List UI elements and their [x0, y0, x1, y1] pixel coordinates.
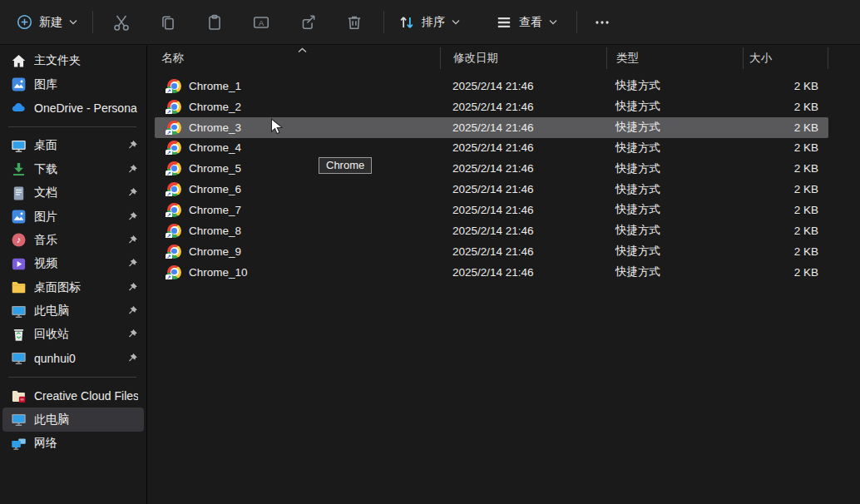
sort-button[interactable]: 排序: [390, 8, 467, 37]
more-options-button[interactable]: [579, 8, 625, 37]
pin-icon: [126, 140, 138, 151]
new-button[interactable]: 新建: [8, 8, 85, 36]
sidebar-item-gallery[interactable]: 图库: [2, 72, 144, 96]
sidebar-item-this-pc[interactable]: 此电脑: [2, 299, 144, 323]
file-row-chrome_9[interactable]: ↗ Chrome_9 2025/2/14 21:46 快捷方式 2 KB: [155, 241, 828, 262]
file-list-pane: 名称 修改日期 类型 大小 ↗ Chrome_1 2025/2/14 21:46…: [148, 46, 860, 504]
file-date-modified: 2025/2/14 21:46: [440, 204, 606, 216]
sidebar-item-pictures[interactable]: 图片: [2, 205, 144, 228]
file-explorer-window: 新建: [0, 0, 860, 504]
column-headers: 名称 修改日期 类型 大小: [155, 47, 828, 69]
file-type: 快捷方式: [606, 141, 743, 156]
desktop-icon: [11, 138, 27, 154]
toolbar-separator: [92, 11, 93, 33]
sidebar-item-home[interactable]: 主文件夹: [2, 49, 144, 72]
sidebar-item-desktop[interactable]: 桌面: [2, 134, 144, 157]
copy-button[interactable]: [145, 8, 191, 37]
file-name: Chrome_2: [189, 101, 241, 113]
sidebar-item-onedrive[interactable]: OneDrive - Persona: [2, 96, 144, 120]
sidebar-item-network[interactable]: 网络: [2, 432, 144, 455]
file-row-chrome_2[interactable]: ↗ Chrome_2 2025/2/14 21:46 快捷方式 2 KB: [155, 96, 828, 117]
share-button[interactable]: [284, 8, 331, 37]
file-type: 快捷方式: [606, 244, 743, 259]
rename-button[interactable]: A: [238, 8, 284, 37]
file-row-chrome_8[interactable]: ↗ Chrome_8 2025/2/14 21:46 快捷方式 2 KB: [155, 220, 828, 241]
file-date-modified: 2025/2/14 21:46: [440, 225, 606, 237]
paste-icon: [205, 13, 224, 32]
folder-icon: [11, 279, 27, 295]
file-date-modified: 2025/2/14 21:46: [440, 245, 606, 258]
file-date-modified: 2025/2/14 21:46: [440, 266, 606, 279]
file-row-chrome_1[interactable]: ↗ Chrome_1 2025/2/14 21:46 快捷方式 2 KB: [155, 76, 828, 96]
chevron-down-icon: [452, 19, 460, 25]
chrome-shortcut-icon: ↗: [167, 121, 181, 135]
column-header-size[interactable]: 大小: [743, 47, 828, 69]
svg-text:A: A: [259, 18, 264, 27]
file-name: Chrome_3: [189, 121, 241, 134]
rename-icon: A: [252, 13, 270, 32]
sidebar-item-recycle-bin[interactable]: 回收站: [2, 323, 144, 346]
file-name: Chrome_4: [189, 141, 241, 154]
home-icon: [11, 53, 27, 69]
sidebar-item-qunhui0[interactable]: qunhui0: [2, 347, 144, 370]
chrome-shortcut-icon: ↗: [167, 182, 181, 196]
tooltip: Chrome: [319, 157, 372, 174]
file-name: Chrome_5: [189, 162, 241, 175]
sidebar-item-downloads[interactable]: 下载: [2, 158, 144, 181]
toolbar: 新建: [0, 0, 860, 45]
file-size: 2 KB: [743, 245, 828, 258]
file-date-modified: 2025/2/14 21:46: [440, 101, 606, 113]
chrome-shortcut-icon: ↗: [167, 141, 181, 155]
svg-text:∞: ∞: [21, 397, 24, 402]
file-size: 2 KB: [743, 225, 828, 237]
chrome-shortcut-icon: ↗: [167, 265, 181, 279]
view-button-label: 查看: [519, 15, 542, 30]
file-row-chrome_4[interactable]: ↗ Chrome_4 2025/2/14 21:46 快捷方式 2 KB: [155, 138, 828, 159]
file-date-modified: 2025/2/14 21:46: [440, 162, 606, 175]
pc-icon: [11, 304, 27, 319]
sidebar-item-videos[interactable]: 视频: [2, 252, 144, 275]
sort-icon: [398, 13, 416, 32]
svg-text:♪: ♪: [17, 235, 22, 245]
document-icon: [11, 185, 27, 201]
file-name: Chrome_9: [189, 245, 241, 258]
music-icon: ♪: [11, 232, 27, 248]
cut-button[interactable]: [98, 8, 145, 37]
ellipsis-icon: [593, 13, 611, 32]
paste-button[interactable]: [191, 8, 238, 37]
file-row-chrome_10[interactable]: ↗ Chrome_10 2025/2/14 21:46 快捷方式 2 KB: [155, 262, 828, 283]
view-button[interactable]: 查看: [487, 8, 565, 37]
file-type: 快捷方式: [606, 202, 743, 217]
file-size: 2 KB: [743, 266, 828, 279]
column-header-type[interactable]: 类型: [606, 47, 743, 69]
pin-icon: [126, 329, 138, 340]
sidebar-item-music[interactable]: ♪ 音乐: [2, 229, 144, 252]
file-row-chrome_6[interactable]: ↗ Chrome_6 2025/2/14 21:46 快捷方式 2 KB: [155, 179, 828, 200]
video-icon: [11, 256, 27, 272]
file-size: 2 KB: [743, 121, 828, 134]
delete-button[interactable]: [331, 8, 378, 37]
sidebar-item-desktop-icons[interactable]: 桌面图标: [2, 276, 144, 299]
sort-ascending-icon: [298, 43, 307, 56]
column-header-date-modified[interactable]: 修改日期: [440, 47, 606, 69]
cut-icon: [112, 13, 131, 32]
sidebar-item-creative-cloud-files[interactable]: ∞ Creative Cloud Files: [2, 384, 144, 408]
chevron-down-icon: [69, 19, 77, 25]
file-row-chrome_5[interactable]: ↗ Chrome_5 2025/2/14 21:46 快捷方式 2 KB: [155, 158, 828, 179]
navigation-sidebar: 主文件夹 图库 OneDrive - Persona 桌面 下载 文档 图片 ♪…: [0, 46, 147, 504]
pin-icon: [126, 353, 138, 364]
pc-icon: [11, 350, 27, 366]
file-name: Chrome_10: [189, 266, 248, 279]
sidebar-item-this-pc-nav[interactable]: 此电脑: [2, 408, 144, 431]
pin-icon: [126, 187, 138, 199]
file-row-chrome_3[interactable]: ↗ Chrome_3 2025/2/14 21:46 快捷方式 2 KB: [155, 117, 828, 138]
new-button-label: 新建: [39, 15, 62, 30]
sort-button-label: 排序: [422, 15, 445, 30]
sidebar-item-documents[interactable]: 文档: [2, 181, 144, 205]
file-row-chrome_7[interactable]: ↗ Chrome_7 2025/2/14 21:46 快捷方式 2 KB: [155, 200, 828, 220]
network-icon: [11, 436, 27, 452]
pin-icon: [126, 258, 138, 269]
file-size: 2 KB: [743, 204, 828, 216]
file-type: 快捷方式: [606, 264, 743, 279]
sidebar-divider: [8, 126, 136, 127]
